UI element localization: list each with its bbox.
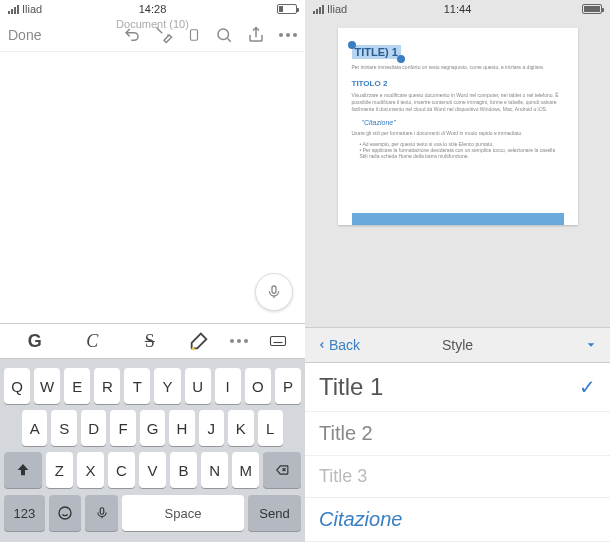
dictation-button[interactable] <box>255 273 293 311</box>
battery-icon <box>582 4 602 14</box>
backspace-icon <box>273 463 291 477</box>
heading-2: TITOLO 2 <box>352 79 564 88</box>
key-q[interactable]: Q <box>4 368 30 404</box>
chevron-left-icon <box>317 338 327 352</box>
backspace-key[interactable] <box>263 452 301 488</box>
editor-screen: Iliad 14:28 Done Document (10) <box>0 0 305 542</box>
italic-button[interactable]: C <box>73 331 111 352</box>
selected-title: TITLE) 1 <box>352 45 401 59</box>
more-icon[interactable] <box>279 33 297 37</box>
key-y[interactable]: Y <box>154 368 180 404</box>
back-button[interactable]: Back <box>317 337 360 353</box>
key-s[interactable]: S <box>51 410 76 446</box>
svg-rect-3 <box>271 337 286 346</box>
svg-rect-5 <box>100 508 104 514</box>
status-bar: Iliad 14:28 <box>0 0 305 18</box>
kbd-mic-icon <box>95 505 109 521</box>
document-preview[interactable]: TITLE) 1 Per iniziare immediata conforto… <box>338 28 578 225</box>
shift-icon <box>15 462 31 478</box>
search-icon[interactable] <box>215 26 233 44</box>
carrier: Iliad <box>8 3 42 15</box>
mobile-icon[interactable] <box>187 26 201 44</box>
key-a[interactable]: A <box>22 410 47 446</box>
bold-button[interactable]: G <box>16 331 54 352</box>
shift-key[interactable] <box>4 452 42 488</box>
key-p[interactable]: P <box>275 368 301 404</box>
style-citazione[interactable]: Citazione <box>305 498 610 542</box>
done-button[interactable]: Done <box>8 27 41 43</box>
svg-rect-0 <box>191 29 198 40</box>
carrier-name: Iliad <box>327 3 347 15</box>
key-b[interactable]: B <box>170 452 197 488</box>
share-icon[interactable] <box>247 26 265 44</box>
key-f[interactable]: F <box>110 410 135 446</box>
keyboard: Q W E R T Y U I O P A S D F G H J K L <box>0 359 305 542</box>
key-d[interactable]: D <box>81 410 106 446</box>
mic-key[interactable] <box>85 495 118 531</box>
key-t[interactable]: T <box>124 368 150 404</box>
collapse-button[interactable] <box>584 336 598 354</box>
key-r[interactable]: R <box>94 368 120 404</box>
emoji-icon <box>57 505 73 521</box>
document-title: Document (10) <box>116 18 189 30</box>
key-h[interactable]: H <box>169 410 194 446</box>
key-m[interactable]: M <box>232 452 259 488</box>
mic-icon <box>266 284 282 300</box>
page-footer <box>352 213 564 225</box>
carrier-name: Iliad <box>22 3 42 15</box>
key-e[interactable]: E <box>64 368 90 404</box>
format-bar: G C S <box>0 323 305 359</box>
status-time: 14:28 <box>139 3 167 15</box>
style-list: Title 1 ✓ Title 2 Title 3 Citazione <box>305 363 610 542</box>
document-canvas[interactable] <box>0 52 305 323</box>
style-screen: Iliad 11:44 TITLE) 1 Per iniziare immedi… <box>305 0 610 542</box>
key-w[interactable]: W <box>34 368 60 404</box>
keyboard-icon[interactable] <box>267 332 289 350</box>
emoji-key[interactable] <box>49 495 82 531</box>
signal-icon <box>313 5 324 14</box>
highlight-icon[interactable] <box>188 330 210 352</box>
panel-title: Style <box>442 337 473 353</box>
check-icon: ✓ <box>579 375 596 399</box>
key-i[interactable]: I <box>215 368 241 404</box>
send-key[interactable]: Send <box>248 495 301 531</box>
key-c[interactable]: C <box>108 452 135 488</box>
numbers-key[interactable]: 123 <box>4 495 45 531</box>
key-x[interactable]: X <box>77 452 104 488</box>
style-panel-header: Back Style <box>305 327 610 363</box>
svg-point-1 <box>218 29 229 40</box>
format-more-icon[interactable] <box>230 339 248 343</box>
signal-icon <box>8 5 19 14</box>
bullet-list: Ad esempio, per questo testo si usa lo s… <box>352 137 564 163</box>
key-g[interactable]: G <box>140 410 165 446</box>
space-key[interactable]: Space <box>122 495 244 531</box>
battery-icon <box>277 4 297 14</box>
key-j[interactable]: J <box>199 410 224 446</box>
editor-header: Done Document (10) <box>0 18 305 52</box>
style-title-1[interactable]: Title 1 ✓ <box>305 363 610 412</box>
key-o[interactable]: O <box>245 368 271 404</box>
key-k[interactable]: K <box>228 410 253 446</box>
svg-rect-2 <box>272 286 276 293</box>
quote-text: "Citazione" <box>362 119 564 126</box>
body-text: Per iniziare immediata conforto un testo… <box>352 64 564 71</box>
style-title-2[interactable]: Title 2 <box>305 412 610 456</box>
key-v[interactable]: V <box>139 452 166 488</box>
strike-button[interactable]: S <box>131 331 169 352</box>
key-l[interactable]: L <box>258 410 283 446</box>
key-n[interactable]: N <box>201 452 228 488</box>
key-u[interactable]: U <box>185 368 211 404</box>
key-z[interactable]: Z <box>46 452 73 488</box>
status-time: 11:44 <box>444 3 472 15</box>
caret-down-icon <box>584 340 598 350</box>
style-title-3[interactable]: Title 3 <box>305 456 610 498</box>
status-bar-right: Iliad 11:44 <box>305 0 610 18</box>
svg-point-4 <box>59 507 71 519</box>
